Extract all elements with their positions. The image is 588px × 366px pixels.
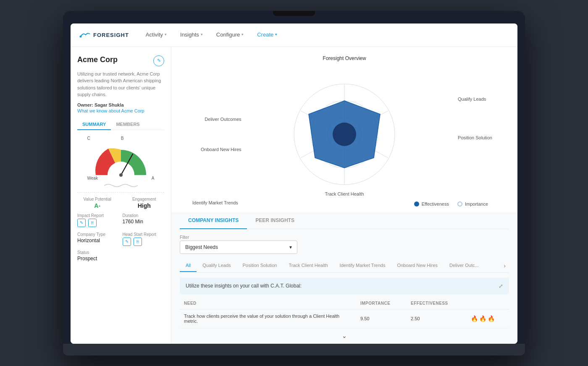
sub-tab-track[interactable]: Track Client Health	[283, 259, 333, 272]
value-potential-value: A-	[77, 202, 118, 209]
insights-table: NEED IMPORTANCE EFFECTIVENESS Track how …	[180, 298, 509, 344]
sub-tab-qualify[interactable]: Qualify Leads	[197, 259, 236, 272]
head-start-copy-btn[interactable]: ⎘	[134, 238, 142, 246]
sub-tabs-row: All Qualify Leads Position Solution Trac…	[180, 259, 509, 273]
impact-report-edit-btn[interactable]: ✎	[77, 219, 86, 227]
value-potential-label: Value Potential	[77, 197, 118, 201]
effectiveness-dot	[414, 201, 419, 207]
status-section: Status Prospect	[77, 250, 164, 261]
owner-label: Owner: Sagar Shukla	[77, 102, 164, 107]
gauge-top-labels: C B	[87, 136, 155, 141]
engagement: Engagement High	[124, 197, 165, 209]
company-type-label: Company Type	[77, 232, 119, 237]
filter-select[interactable]: Biggest Needs ▾	[180, 241, 297, 254]
impact-report-item: Impact Report ✎ ⎘	[77, 213, 119, 227]
edit-company-button[interactable]: ✎	[153, 55, 164, 66]
importance-dot	[457, 201, 462, 207]
col-need: NEED	[180, 298, 356, 309]
col-effectiveness: EFFECTIVENESS	[407, 298, 467, 309]
nav-create[interactable]: Create ▾	[250, 24, 284, 47]
company-type-item: Company Type Horizontal	[77, 232, 119, 246]
need-text: Track how clients perceive the value of …	[180, 309, 356, 328]
duration-value: 1760 Min	[123, 219, 165, 225]
head-start-label: Head Start Report	[123, 232, 165, 237]
radar-label-track: Track Client Health	[325, 191, 364, 196]
sub-tab-position[interactable]: Position Solution	[237, 259, 283, 272]
sub-tab-onboard[interactable]: Onboard New Hires	[391, 259, 444, 272]
create-chevron: ▾	[275, 32, 277, 37]
impact-report-icons: ✎ ⎘	[77, 219, 119, 227]
gauge-container: C B	[77, 136, 164, 189]
duration-item: Duration 1760 Min	[123, 213, 165, 227]
tab-peer-insights[interactable]: PEER INSIGHTS	[247, 212, 303, 229]
radar-label-onboard: Onboard New Hires	[201, 147, 242, 152]
status-label: Status	[77, 250, 164, 255]
laptop-base	[63, 344, 525, 356]
know-link[interactable]: What we know about Acme Corp	[77, 108, 164, 113]
gauge-svg	[87, 141, 155, 179]
importance-value: 9.50	[356, 309, 407, 328]
radar-legend: Effectiveness Importance	[414, 201, 488, 207]
col-importance: IMPORTANCE	[356, 298, 407, 309]
radar-label-position: Position Solution	[458, 135, 492, 140]
value-potential: Value Potential A-	[77, 197, 118, 209]
nav-insights[interactable]: Insights ▾	[173, 24, 210, 47]
engagement-value: High	[124, 202, 165, 209]
nav-activity[interactable]: Activity ▾	[139, 24, 173, 47]
logo-text: FORESIGHT	[93, 32, 129, 38]
logo-icon	[79, 31, 91, 39]
legend-importance-label: Importance	[465, 201, 488, 207]
expand-icon[interactable]: ⤢	[499, 283, 503, 289]
filter-value: Biggest Needs	[185, 244, 218, 250]
filter-chevron: ▾	[289, 244, 292, 250]
sub-tab-all[interactable]: All	[180, 259, 197, 272]
filter-row: Filter Biggest Needs ▾	[180, 235, 509, 254]
impact-report-label: Impact Report	[77, 213, 119, 218]
laptop-notch	[273, 11, 315, 16]
tab-summary[interactable]: SUMMARY	[77, 119, 111, 130]
head-start-item: Head Start Report ✎ ⎘	[123, 232, 165, 246]
sub-tab-market[interactable]: Identify Market Trends	[334, 259, 391, 272]
nav-configure[interactable]: Configure ▾	[210, 24, 250, 47]
left-panel: Acme Corp ✎ Utilizing our trusted networ…	[71, 47, 171, 344]
configure-chevron: ▾	[242, 32, 244, 37]
head-start-edit-btn[interactable]: ✎	[123, 238, 131, 246]
logo: FORESIGHT	[79, 31, 129, 39]
gauge-label-b: B	[121, 136, 124, 141]
banner-text: Utilize these insights on your call with…	[186, 283, 302, 289]
fire-icons: 🔥 🔥 🔥	[467, 309, 509, 328]
company-name: Acme Corp	[77, 55, 118, 64]
engagement-label: Engagement	[124, 197, 165, 201]
radar-label-market: Identify Market Trends	[192, 200, 238, 205]
main-layout: Acme Corp ✎ Utilizing our trusted networ…	[71, 47, 517, 344]
radar-title: Foresight Overview	[323, 55, 366, 61]
company-type-value: Horizontal	[77, 238, 119, 243]
impact-report-copy-btn[interactable]: ⎘	[88, 219, 97, 227]
right-content: Foresight Overview Deliver Outcomes Onbo…	[171, 47, 517, 344]
radar-svg	[273, 76, 416, 193]
status-value: Prospect	[77, 256, 164, 261]
head-start-icons: ✎ ⎘	[123, 238, 165, 246]
col-actions	[467, 298, 509, 309]
legend-effectiveness: Effectiveness	[414, 201, 449, 207]
effectiveness-value: 2.50	[407, 309, 467, 328]
radar-label-qualify: Qualify Leads	[458, 97, 492, 102]
fire-1: 🔥	[471, 315, 478, 322]
insights-banner: Utilize these insights on your call with…	[180, 278, 509, 294]
tab-members[interactable]: MEMBERS	[111, 119, 144, 130]
fire-3: 🔥	[488, 315, 495, 322]
metrics-row: Value Potential A- Engagement High	[77, 192, 164, 209]
insights-section: COMPANY INSIGHTS PEER INSIGHTS Filter Bi…	[171, 212, 517, 344]
company-desc: Utilizing our trusted network, Acme Corp…	[77, 71, 164, 98]
radar-label-deliver: Deliver Outcomes	[201, 117, 242, 122]
tab-company-insights[interactable]: COMPANY INSIGHTS	[180, 212, 247, 229]
filter-label: Filter	[180, 235, 509, 240]
duration-label: Duration	[123, 213, 165, 218]
expand-row-btn[interactable]: ⌄	[180, 328, 509, 343]
sub-tab-deliver[interactable]: Deliver Outc...	[444, 259, 485, 272]
sub-tabs-next-arrow[interactable]: ›	[500, 259, 509, 272]
svg-point-0	[80, 36, 82, 38]
radar-area: Foresight Overview Deliver Outcomes Onbo…	[171, 47, 517, 212]
company-header: Acme Corp ✎	[77, 55, 164, 66]
svg-point-3	[119, 173, 123, 177]
